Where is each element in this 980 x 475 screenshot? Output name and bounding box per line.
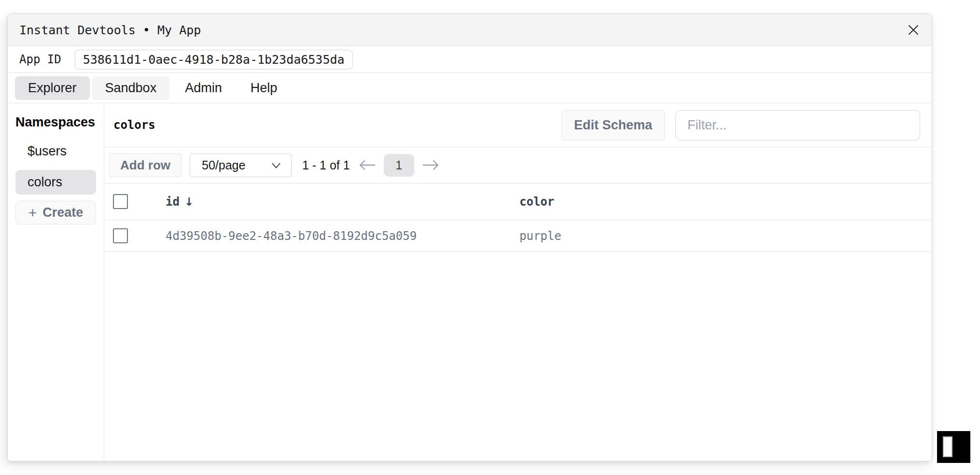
edit-schema-button[interactable]: Edit Schema <box>561 110 665 140</box>
prev-page-icon[interactable] <box>358 159 376 171</box>
sidebar-item-colors[interactable]: colors <box>15 170 96 195</box>
app-id-label: App ID <box>19 53 61 66</box>
row-checkbox[interactable] <box>113 228 128 243</box>
tab-sandbox[interactable]: Sandbox <box>92 76 170 100</box>
namespace-header: colors Edit Schema <box>104 103 932 147</box>
cell-color[interactable]: purple <box>519 229 932 243</box>
sidebar: Namespaces $users colors + Create <box>8 103 104 461</box>
create-namespace-button[interactable]: + Create <box>15 201 96 224</box>
table-header-row: id ↓ color <box>104 183 932 220</box>
tab-explorer[interactable]: Explorer <box>15 76 90 100</box>
create-namespace-label: Create <box>42 205 83 220</box>
pagination-range: 1 - 1 of 1 <box>302 158 350 172</box>
tab-bar: Explorer Sandbox Admin Help <box>8 73 932 103</box>
namespace-title: colors <box>113 118 551 132</box>
titlebar: Instant Devtools • My App <box>8 14 932 46</box>
table-row: 4d39508b-9ee2-48a3-b70d-8192d9c5a059 pur… <box>104 220 932 252</box>
page-1-button[interactable]: 1 <box>384 154 414 177</box>
table-empty-space <box>104 252 932 461</box>
app-id-value[interactable]: 538611d1-0aec-4918-b28a-1b23da6535da <box>75 50 353 70</box>
page-size-select[interactable]: 50/page <box>190 154 292 177</box>
app-id-row: App ID 538611d1-0aec-4918-b28a-1b23da653… <box>8 46 932 73</box>
next-page-icon[interactable] <box>422 159 440 171</box>
column-header-color[interactable]: color <box>519 195 932 209</box>
plus-icon: + <box>28 206 37 220</box>
content-area: Namespaces $users colors + Create colors… <box>8 103 932 461</box>
namespaces-heading: Namespaces <box>15 112 96 133</box>
devtools-panel: Instant Devtools • My App App ID 538611d… <box>7 14 932 461</box>
table-toolbar: Add row 50/page 1 - 1 of 1 1 <box>104 147 932 183</box>
column-header-id[interactable]: id ↓ <box>166 195 519 209</box>
filter-input[interactable] <box>675 110 920 140</box>
tab-admin[interactable]: Admin <box>172 76 235 100</box>
sort-desc-icon: ↓ <box>184 196 194 208</box>
close-icon[interactable] <box>907 23 920 37</box>
cell-id[interactable]: 4d39508b-9ee2-48a3-b70d-8192d9c5a059 <box>166 229 519 243</box>
chevron-down-icon <box>270 159 282 171</box>
select-all-checkbox[interactable] <box>113 194 128 209</box>
instant-logo-button[interactable] <box>937 431 970 463</box>
instant-logo-icon <box>943 436 952 457</box>
sidebar-item-users[interactable]: $users <box>15 139 96 164</box>
add-row-button[interactable]: Add row <box>109 154 182 177</box>
window-title: Instant Devtools • My App <box>19 23 201 37</box>
page-size-value: 50/page <box>202 158 245 172</box>
tab-help[interactable]: Help <box>238 76 291 100</box>
main-panel: colors Edit Schema Add row 50/page 1 - 1… <box>104 103 932 461</box>
